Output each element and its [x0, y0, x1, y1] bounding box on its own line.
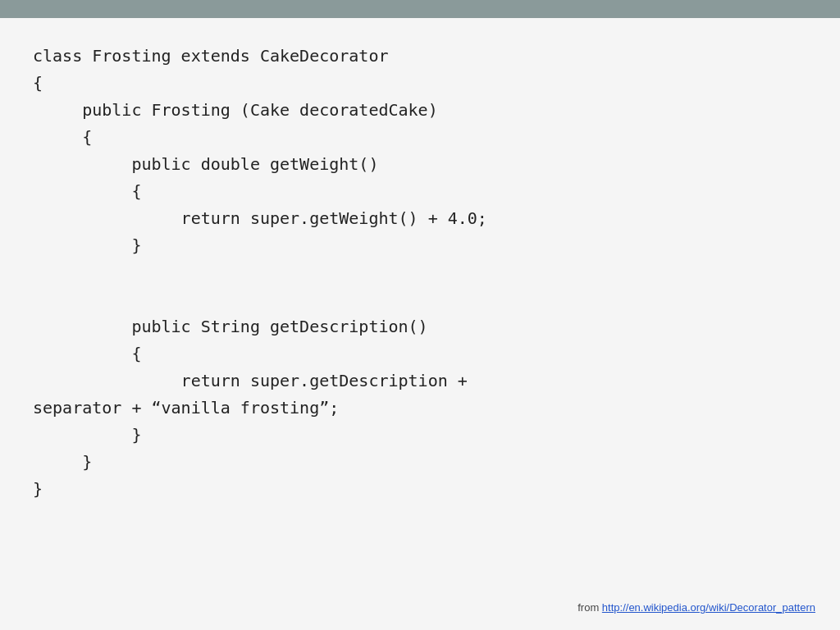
footer-link[interactable]: http://en.wikipedia.org/wiki/Decorator_p…: [602, 601, 815, 614]
code-line-3: public Frosting (Cake decoratedCake): [33, 100, 438, 120]
code-line-6: {: [33, 181, 141, 201]
code-line-7: return super.getWeight() + 4.0;: [33, 208, 487, 228]
footer: from http://en.wikipedia.org/wiki/Decora…: [578, 601, 815, 614]
content-area: class Frosting extends CakeDecorator { p…: [0, 18, 840, 630]
code-line-16: }: [33, 452, 92, 472]
code-line-12: {: [33, 344, 141, 363]
code-line-17: }: [33, 479, 43, 499]
code-line-13: return super.getDescription +: [33, 371, 468, 390]
code-line-15: }: [33, 425, 141, 445]
code-block: class Frosting extends CakeDecorator { p…: [33, 43, 807, 503]
code-line-8: }: [33, 235, 141, 255]
code-line-5: public double getWeight(): [33, 154, 378, 174]
code-line-14: separator + “vanilla frosting”;: [33, 398, 339, 418]
top-bar: [0, 0, 840, 18]
code-line-1: class Frosting extends CakeDecorator: [33, 46, 388, 66]
code-line-4: {: [33, 127, 92, 147]
code-line-2: {: [33, 73, 43, 93]
code-line-11: public String getDescription(): [33, 317, 428, 336]
footer-prefix: from: [578, 601, 602, 614]
